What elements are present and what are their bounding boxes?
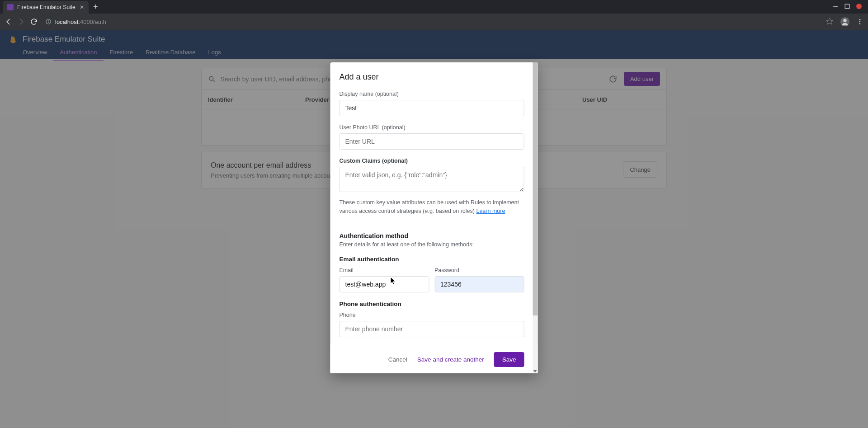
window-close-icon[interactable]: [856, 4, 862, 9]
close-tab-icon[interactable]: ✕: [80, 4, 84, 10]
browser-tab[interactable]: Firebase Emulator Suite ✕: [3, 1, 89, 14]
url-path: 4000/auth: [80, 19, 106, 25]
auth-method-subtitle: Enter details for at least one of the fo…: [340, 241, 524, 248]
kebab-menu-icon[interactable]: [856, 18, 863, 25]
svg-rect-1: [845, 4, 849, 9]
url-field[interactable]: localhost:4000/auth: [42, 19, 821, 25]
display-name-input[interactable]: [340, 100, 524, 116]
display-name-label: Display name (optional): [340, 91, 524, 97]
auth-method-title: Authentication method: [340, 232, 524, 240]
divider: [330, 224, 533, 224]
svg-point-7: [843, 19, 846, 22]
custom-claims-helper: These custom key:value attributes can be…: [340, 198, 524, 216]
new-tab-button[interactable]: +: [89, 2, 103, 12]
email-input[interactable]: [340, 276, 429, 292]
tab-title: Firebase Emulator Suite: [17, 4, 75, 10]
svg-point-9: [859, 21, 861, 23]
save-and-create-another-button[interactable]: Save and create another: [417, 356, 484, 363]
window-maximize-icon[interactable]: [844, 4, 850, 9]
email-auth-heading: Email authentication: [340, 256, 524, 263]
browser-titlebar: Firebase Emulator Suite ✕ +: [0, 0, 868, 14]
info-icon: [45, 19, 52, 25]
password-label: Password: [434, 267, 524, 273]
password-input[interactable]: [434, 276, 524, 292]
email-label: Email: [340, 267, 429, 273]
svg-point-5: [48, 20, 48, 21]
dialog-title: Add a user: [340, 72, 524, 82]
tab-favicon: [7, 4, 14, 10]
custom-claims-label: Custom Claims (optional): [340, 158, 524, 164]
svg-point-2: [856, 4, 862, 9]
custom-claims-input[interactable]: [340, 167, 524, 192]
add-user-dialog: Add a user Display name (optional) User …: [330, 62, 538, 373]
photo-url-label: User Photo URL (optional): [340, 124, 524, 131]
browser-address-bar: localhost:4000/auth: [0, 14, 868, 30]
bookmark-star-icon[interactable]: [826, 18, 834, 26]
reload-icon[interactable]: [30, 18, 38, 26]
cursor-icon: [390, 277, 396, 286]
cancel-button[interactable]: Cancel: [388, 356, 407, 363]
forward-icon[interactable]: [17, 18, 25, 26]
svg-point-10: [859, 23, 861, 24]
phone-auth-heading: Phone authentication: [340, 301, 524, 307]
phone-input[interactable]: [340, 321, 524, 337]
url-host: localhost:: [55, 19, 80, 25]
save-button[interactable]: Save: [494, 352, 524, 367]
profile-avatar-icon[interactable]: [840, 17, 850, 27]
window-minimize-icon[interactable]: [833, 4, 838, 9]
phone-label: Phone: [340, 312, 524, 318]
learn-more-link[interactable]: Learn more: [476, 208, 505, 214]
back-icon[interactable]: [5, 18, 13, 26]
photo-url-input[interactable]: [340, 133, 524, 150]
svg-point-8: [859, 19, 861, 20]
dialog-scrollbar[interactable]: [533, 62, 538, 373]
